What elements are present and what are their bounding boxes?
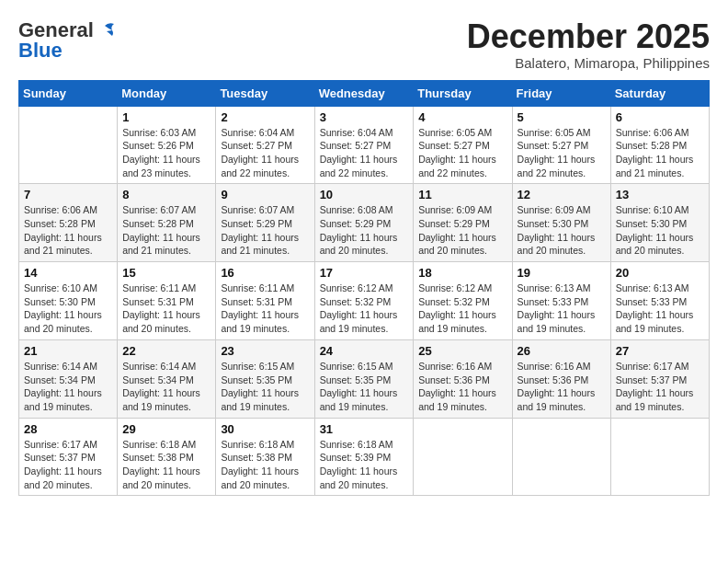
day-detail: Sunrise: 6:17 AMSunset: 5:37 PMDaylight:… [24, 438, 112, 492]
col-header-monday: Monday [118, 80, 216, 106]
day-number: 11 [418, 188, 506, 201]
col-header-tuesday: Tuesday [216, 80, 314, 106]
calendar-header-row: SundayMondayTuesdayWednesdayThursdayFrid… [19, 80, 710, 106]
calendar-cell: 3Sunrise: 6:04 AMSunset: 5:27 PMDaylight… [314, 106, 414, 184]
calendar-cell: 30Sunrise: 6:18 AMSunset: 5:38 PMDayligh… [216, 418, 314, 496]
calendar-cell: 11Sunrise: 6:09 AMSunset: 5:29 PMDayligh… [414, 184, 512, 262]
month-title: December 2025 [467, 18, 710, 55]
col-header-sunday: Sunday [19, 80, 118, 106]
calendar-week-row: 14Sunrise: 6:10 AMSunset: 5:30 PMDayligh… [19, 262, 710, 340]
calendar-cell: 28Sunrise: 6:17 AMSunset: 5:37 PMDayligh… [19, 418, 118, 496]
day-detail: Sunrise: 6:14 AMSunset: 5:34 PMDaylight:… [24, 360, 112, 414]
day-detail: Sunrise: 6:12 AMSunset: 5:32 PMDaylight:… [320, 282, 409, 336]
page-header: General Blue December 2025 Balatero, Mim… [18, 18, 710, 71]
day-detail: Sunrise: 6:04 AMSunset: 5:27 PMDaylight:… [221, 126, 309, 180]
calendar-cell: 14Sunrise: 6:10 AMSunset: 5:30 PMDayligh… [19, 262, 118, 340]
day-number: 9 [221, 188, 309, 201]
calendar-cell: 27Sunrise: 6:17 AMSunset: 5:37 PMDayligh… [610, 339, 709, 418]
calendar-cell: 26Sunrise: 6:16 AMSunset: 5:36 PMDayligh… [512, 339, 610, 418]
calendar-week-row: 7Sunrise: 6:06 AMSunset: 5:28 PMDaylight… [19, 184, 710, 262]
title-block: December 2025 Balatero, Mimaropa, Philip… [467, 18, 710, 71]
day-number: 20 [616, 266, 704, 280]
day-detail: Sunrise: 6:15 AMSunset: 5:35 PMDaylight:… [221, 360, 309, 414]
day-detail: Sunrise: 6:05 AMSunset: 5:27 PMDaylight:… [518, 126, 606, 180]
day-number: 3 [320, 110, 409, 124]
day-number: 8 [122, 188, 210, 201]
calendar-cell: 31Sunrise: 6:18 AMSunset: 5:39 PMDayligh… [314, 418, 414, 496]
day-number: 26 [518, 344, 606, 358]
calendar-week-row: 1Sunrise: 6:03 AMSunset: 5:26 PMDaylight… [19, 106, 710, 184]
day-detail: Sunrise: 6:06 AMSunset: 5:28 PMDaylight:… [616, 126, 704, 180]
calendar-cell: 10Sunrise: 6:08 AMSunset: 5:29 PMDayligh… [314, 184, 414, 262]
day-number: 17 [320, 266, 409, 280]
calendar-cell [512, 418, 610, 496]
calendar-cell: 1Sunrise: 6:03 AMSunset: 5:26 PMDaylight… [118, 106, 216, 184]
day-detail: Sunrise: 6:13 AMSunset: 5:33 PMDaylight:… [616, 282, 704, 336]
day-number: 1 [122, 110, 210, 124]
day-number: 19 [518, 266, 606, 280]
day-number: 25 [418, 344, 506, 358]
day-detail: Sunrise: 6:16 AMSunset: 5:36 PMDaylight:… [518, 360, 606, 414]
day-number: 4 [418, 110, 506, 124]
calendar-cell: 9Sunrise: 6:07 AMSunset: 5:29 PMDaylight… [216, 184, 314, 262]
day-number: 16 [221, 266, 309, 280]
logo: General Blue [18, 18, 118, 63]
day-number: 21 [24, 344, 112, 358]
day-detail: Sunrise: 6:10 AMSunset: 5:30 PMDaylight:… [616, 203, 704, 258]
day-number: 31 [320, 422, 409, 436]
logo-bird-icon [96, 22, 116, 39]
col-header-wednesday: Wednesday [314, 80, 414, 106]
day-number: 27 [616, 344, 704, 358]
calendar-week-row: 28Sunrise: 6:17 AMSunset: 5:37 PMDayligh… [19, 418, 710, 496]
day-detail: Sunrise: 6:09 AMSunset: 5:30 PMDaylight:… [518, 203, 606, 258]
calendar-cell: 13Sunrise: 6:10 AMSunset: 5:30 PMDayligh… [610, 184, 709, 262]
calendar-cell: 25Sunrise: 6:16 AMSunset: 5:36 PMDayligh… [414, 339, 512, 418]
day-detail: Sunrise: 6:07 AMSunset: 5:28 PMDaylight:… [122, 203, 210, 258]
logo-blue: Blue [18, 39, 63, 63]
day-number: 30 [221, 422, 309, 436]
calendar-table: SundayMondayTuesdayWednesdayThursdayFrid… [18, 80, 710, 497]
calendar-cell: 18Sunrise: 6:12 AMSunset: 5:32 PMDayligh… [414, 262, 512, 340]
day-detail: Sunrise: 6:16 AMSunset: 5:36 PMDaylight:… [418, 360, 506, 414]
calendar-week-row: 21Sunrise: 6:14 AMSunset: 5:34 PMDayligh… [19, 339, 710, 418]
day-number: 28 [24, 422, 112, 436]
calendar-cell: 17Sunrise: 6:12 AMSunset: 5:32 PMDayligh… [314, 262, 414, 340]
calendar-cell: 20Sunrise: 6:13 AMSunset: 5:33 PMDayligh… [610, 262, 709, 340]
day-number: 13 [616, 188, 704, 201]
calendar-cell: 15Sunrise: 6:11 AMSunset: 5:31 PMDayligh… [118, 262, 216, 340]
day-detail: Sunrise: 6:03 AMSunset: 5:26 PMDaylight:… [122, 126, 210, 180]
calendar-cell: 21Sunrise: 6:14 AMSunset: 5:34 PMDayligh… [19, 339, 118, 418]
day-number: 23 [221, 344, 309, 358]
day-number: 2 [221, 110, 309, 124]
day-detail: Sunrise: 6:11 AMSunset: 5:31 PMDaylight:… [122, 282, 210, 336]
day-number: 24 [320, 344, 409, 358]
col-header-saturday: Saturday [610, 80, 709, 106]
day-detail: Sunrise: 6:04 AMSunset: 5:27 PMDaylight:… [320, 126, 409, 180]
day-detail: Sunrise: 6:06 AMSunset: 5:28 PMDaylight:… [24, 203, 112, 258]
day-number: 12 [518, 188, 606, 201]
day-number: 22 [122, 344, 210, 358]
day-number: 15 [122, 266, 210, 280]
calendar-cell: 4Sunrise: 6:05 AMSunset: 5:27 PMDaylight… [414, 106, 512, 184]
calendar-cell [19, 106, 118, 184]
calendar-cell: 16Sunrise: 6:11 AMSunset: 5:31 PMDayligh… [216, 262, 314, 340]
calendar-cell: 24Sunrise: 6:15 AMSunset: 5:35 PMDayligh… [314, 339, 414, 418]
col-header-friday: Friday [512, 80, 610, 106]
day-detail: Sunrise: 6:18 AMSunset: 5:38 PMDaylight:… [122, 438, 210, 492]
day-detail: Sunrise: 6:14 AMSunset: 5:34 PMDaylight:… [122, 360, 210, 414]
day-detail: Sunrise: 6:11 AMSunset: 5:31 PMDaylight:… [221, 282, 309, 336]
day-detail: Sunrise: 6:08 AMSunset: 5:29 PMDaylight:… [320, 203, 409, 258]
day-detail: Sunrise: 6:15 AMSunset: 5:35 PMDaylight:… [320, 360, 409, 414]
day-detail: Sunrise: 6:09 AMSunset: 5:29 PMDaylight:… [418, 203, 506, 258]
calendar-cell: 8Sunrise: 6:07 AMSunset: 5:28 PMDaylight… [118, 184, 216, 262]
calendar-cell: 5Sunrise: 6:05 AMSunset: 5:27 PMDaylight… [512, 106, 610, 184]
day-detail: Sunrise: 6:07 AMSunset: 5:29 PMDaylight:… [221, 203, 309, 258]
day-detail: Sunrise: 6:18 AMSunset: 5:39 PMDaylight:… [320, 438, 409, 492]
day-number: 29 [122, 422, 210, 436]
calendar-cell: 29Sunrise: 6:18 AMSunset: 5:38 PMDayligh… [118, 418, 216, 496]
day-detail: Sunrise: 6:17 AMSunset: 5:37 PMDaylight:… [616, 360, 704, 414]
day-detail: Sunrise: 6:12 AMSunset: 5:32 PMDaylight:… [418, 282, 506, 336]
calendar-cell: 23Sunrise: 6:15 AMSunset: 5:35 PMDayligh… [216, 339, 314, 418]
day-detail: Sunrise: 6:05 AMSunset: 5:27 PMDaylight:… [418, 126, 506, 180]
calendar-cell: 22Sunrise: 6:14 AMSunset: 5:34 PMDayligh… [118, 339, 216, 418]
